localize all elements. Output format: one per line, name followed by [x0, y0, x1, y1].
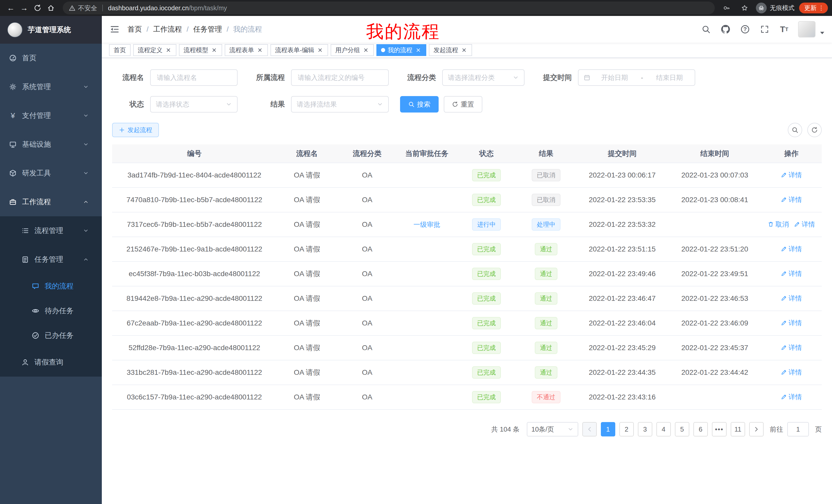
page-button-1[interactable]: 1	[601, 422, 615, 437]
refresh-table-button[interactable]	[807, 123, 822, 137]
pagination-prev-button[interactable]	[582, 422, 597, 437]
row-action-detail[interactable]: 详情	[781, 343, 802, 352]
status-select[interactable]: 请选择状态	[150, 96, 238, 113]
process-definition-input[interactable]	[291, 69, 389, 86]
tab-user-group[interactable]: 用户分组	[331, 44, 374, 56]
page-button-6[interactable]: 6	[694, 422, 708, 437]
table-row: 2152467e-7b9b-11ec-9a1b-acde48001122OA 请…	[112, 237, 822, 261]
sidebar-item-dev-tools[interactable]: 研发工具	[0, 159, 102, 188]
column-header-result: 结果	[516, 144, 576, 163]
close-icon[interactable]	[363, 47, 369, 53]
tab-my-process[interactable]: 我的流程	[376, 44, 426, 56]
sidebar-toggle[interactable]	[105, 20, 125, 39]
sidebar-item-my-process[interactable]: 我的流程	[0, 274, 102, 299]
row-action-detail[interactable]: 详情	[781, 195, 802, 204]
github-link[interactable]	[717, 20, 734, 39]
bookmark-star-icon[interactable]	[738, 1, 751, 15]
close-icon[interactable]	[257, 47, 263, 53]
tab-process-form[interactable]: 流程表单	[225, 44, 268, 56]
sidebar-item-leave-query[interactable]: 请假查询	[0, 348, 102, 376]
submit-time-range-picker[interactable]: 开始日期 - 结束日期	[578, 69, 695, 86]
goto-page-input[interactable]	[787, 422, 809, 437]
sidebar-item-infrastructure[interactable]: 基础设施	[0, 130, 102, 159]
row-action-detail[interactable]: 详情	[781, 171, 802, 179]
row-action-detail[interactable]: 详情	[794, 220, 815, 229]
tab-home[interactable]: 首页	[109, 44, 131, 56]
pagination-next-button[interactable]	[749, 422, 763, 437]
cell-id: 3ad174fb-7b9d-11ec-8404-acde48001122	[112, 163, 277, 188]
close-icon[interactable]	[211, 47, 217, 53]
row-action-detail[interactable]: 详情	[781, 245, 802, 254]
font-size-button[interactable]: TT	[775, 20, 793, 39]
breadcrumb-item-workflow[interactable]: 工作流程	[153, 24, 182, 34]
breadcrumb-item-task-management[interactable]: 任务管理	[193, 24, 222, 34]
sidebar-item-home[interactable]: 首页	[0, 44, 102, 73]
sidebar-item-payment-management[interactable]: ¥支付管理	[0, 101, 102, 130]
reset-button[interactable]: 重置	[444, 96, 482, 113]
browser-back-button[interactable]: ←	[4, 1, 18, 15]
browser-home-button[interactable]	[44, 1, 58, 15]
browser-reload-button[interactable]	[31, 1, 44, 15]
search-button[interactable]: 搜索	[400, 96, 439, 113]
close-icon[interactable]	[165, 47, 172, 53]
page-size-select[interactable]: 10条/页	[527, 422, 578, 437]
pagination: 共 104 条 10条/页 123456•••11 前往 页	[112, 422, 822, 437]
url-path: /bpm/task/my	[189, 4, 227, 12]
help-button[interactable]: ?	[736, 20, 754, 39]
address-bar[interactable]: 不安全 dashboard.yudao.iocoder.cn/bpm/task/…	[63, 2, 715, 15]
cell-name: OA 请假	[277, 335, 337, 360]
sidebar-item-system-management[interactable]: 系统管理	[0, 73, 102, 101]
chevron-down-icon	[81, 170, 90, 176]
table-row: 7470a810-7b9b-11ec-b5b7-acde48001122OA 请…	[112, 188, 822, 212]
close-icon[interactable]	[461, 47, 467, 53]
header-search-button[interactable]	[697, 20, 715, 39]
caret-down-icon[interactable]	[820, 30, 825, 35]
sidebar-item-task-management[interactable]: 任务管理	[0, 245, 102, 274]
row-action-detail[interactable]: 详情	[781, 269, 802, 278]
tab-process-model[interactable]: 流程模型	[179, 44, 222, 56]
breadcrumb-item-home[interactable]: 首页	[128, 24, 142, 34]
row-action-detail[interactable]: 详情	[781, 318, 802, 328]
sidebar-item-workflow[interactable]: 工作流程	[0, 188, 102, 216]
sidebar-item-done-tasks[interactable]: 已办任务	[0, 323, 102, 348]
key-icon[interactable]	[720, 1, 733, 15]
fullscreen-button[interactable]	[756, 20, 773, 39]
pagination-ellipsis[interactable]: •••	[712, 422, 727, 437]
app-logo-avatar	[7, 22, 23, 37]
page-button-3[interactable]: 3	[638, 422, 652, 437]
table-row: 7317cec6-7b9b-11ec-b5b7-acde48001122OA 请…	[112, 212, 822, 237]
close-icon[interactable]	[317, 47, 323, 53]
process-name-input[interactable]	[150, 69, 238, 86]
row-action-detail[interactable]: 详情	[781, 294, 802, 303]
page-button-4[interactable]: 4	[656, 422, 671, 437]
cell-result: 已取消	[516, 188, 576, 212]
row-action-detail[interactable]: 详情	[781, 368, 802, 377]
start-process-button[interactable]: 发起流程	[112, 123, 159, 137]
current-task-link[interactable]: 一级审批	[413, 220, 440, 229]
row-action-cancel[interactable]: 取消	[768, 220, 789, 229]
breadcrumb-separator	[147, 25, 149, 33]
page-button-2[interactable]: 2	[619, 422, 634, 437]
browser-update-button[interactable]: 更新 ⋮	[799, 3, 828, 13]
process-table: 编号流程名流程分类当前审批任务状态结果提交时间结束时间操作 3ad174fb-7…	[112, 144, 822, 410]
sidebar-item-process-management[interactable]: 流程管理	[0, 216, 102, 245]
result-select[interactable]: 请选择流结果	[291, 96, 389, 113]
close-icon[interactable]	[415, 47, 422, 53]
app-logo[interactable]: 芋道管理系统	[0, 16, 102, 44]
tab-process-form-edit[interactable]: 流程表单-编辑	[270, 44, 328, 56]
page-button-11[interactable]: 11	[731, 422, 745, 437]
row-action-detail[interactable]: 详情	[781, 393, 802, 401]
process-category-select[interactable]: 请选择流程分类	[442, 69, 524, 86]
page-button-5[interactable]: 5	[675, 422, 689, 437]
cell-end-time: 2022-01-22 23:46:53	[669, 286, 761, 311]
edit-icon	[781, 197, 787, 203]
action-label: 详情	[788, 269, 802, 278]
column-header-task: 当前审批任务	[397, 144, 457, 163]
sidebar-item-todo-tasks[interactable]: 待办任务	[0, 299, 102, 323]
tab-start-process[interactable]: 发起流程	[429, 44, 472, 56]
browser-forward-button[interactable]: →	[18, 1, 31, 15]
tab-process-definition[interactable]: 流程定义	[133, 44, 176, 56]
user-avatar[interactable]	[798, 21, 815, 37]
toggle-search-button[interactable]	[788, 123, 802, 137]
cell-category: OA	[337, 311, 397, 335]
